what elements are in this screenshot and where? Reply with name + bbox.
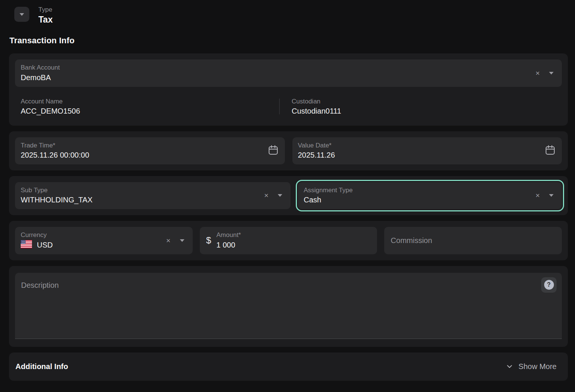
custodian-block: Custodian Custodian0111	[292, 97, 341, 116]
currency-select[interactable]: Currency	[15, 227, 193, 254]
type-label: Type	[38, 6, 53, 14]
account-name-block: Account Name ACC_DEMO1506	[21, 97, 279, 116]
amount-field[interactable]: $ Amount* 1 000	[200, 227, 377, 254]
sub-type-value: WITHHOLDING_TAX	[21, 195, 264, 205]
sub-type-select[interactable]: Sub Type WITHHOLDING_TAX ✕	[15, 182, 291, 209]
bank-account-value: DemoBA	[21, 73, 535, 82]
account-name-label: Account Name	[21, 97, 279, 105]
caret-down-icon[interactable]	[180, 239, 184, 242]
additional-info-card: Additional Info Show More	[9, 352, 568, 381]
amount-label: Amount*	[216, 231, 371, 239]
assignment-type-label: Assignment Type	[304, 186, 535, 194]
value-date-field[interactable]: Value Date* 2025.11.26	[292, 137, 562, 164]
question-mark-icon: ?	[544, 280, 554, 290]
commission-field[interactable]	[384, 227, 562, 254]
amount-value: 1 000	[216, 240, 371, 250]
dates-card: Trade Time* 2025.11.26 00:00:00 Value Da…	[9, 131, 568, 170]
clear-icon[interactable]: ✕	[535, 193, 540, 198]
caret-down-icon[interactable]	[278, 194, 282, 197]
type-block: Type Tax	[38, 6, 53, 25]
custodian-value: Custodian0111	[292, 106, 341, 116]
caret-down-icon[interactable]	[549, 72, 554, 74]
show-more-button[interactable]: Show More	[500, 360, 562, 373]
custodian-label: Custodian	[292, 97, 341, 105]
type-value: Tax	[38, 15, 53, 25]
assignment-type-value: Cash	[304, 195, 535, 205]
help-button[interactable]: ?	[541, 277, 557, 293]
calendar-icon[interactable]	[545, 144, 556, 157]
description-textarea[interactable]	[15, 273, 562, 339]
account-name-value: ACC_DEMO1506	[21, 106, 279, 116]
type-card: Sub Type WITHHOLDING_TAX ✕ Assignment Ty…	[9, 176, 568, 215]
clear-icon[interactable]: ✕	[166, 238, 171, 243]
currency-label: Currency	[21, 231, 166, 239]
section-title: Transaction Info	[9, 36, 568, 46]
additional-info-title: Additional Info	[15, 362, 68, 371]
dollar-sign-icon: $	[206, 235, 211, 246]
us-flag-icon	[21, 240, 32, 250]
type-header: Type Tax	[14, 6, 568, 25]
value-date-value: 2025.11.26	[298, 150, 540, 160]
trade-time-field[interactable]: Trade Time* 2025.11.26 00:00:00	[15, 137, 285, 164]
clear-icon[interactable]: ✕	[264, 193, 269, 198]
bank-account-label: Bank Account	[21, 64, 535, 71]
account-info-row: Account Name ACC_DEMO1506 Custodian Cust…	[15, 94, 562, 120]
trade-time-value: 2025.11.26 00:00:00	[21, 150, 263, 160]
show-more-label: Show More	[519, 362, 557, 371]
account-card: Bank Account DemoBA ✕ Account Name ACC_D…	[9, 53, 568, 126]
money-card: Currency	[9, 221, 568, 260]
clear-icon[interactable]: ✕	[535, 70, 540, 76]
trade-time-label: Trade Time*	[21, 141, 263, 149]
commission-input[interactable]	[390, 236, 556, 245]
assignment-type-highlight: Assignment Type Cash ✕	[296, 180, 564, 211]
description-field[interactable]: ?	[15, 273, 562, 339]
chevron-down-icon	[505, 362, 514, 371]
caret-down-icon	[20, 13, 24, 16]
type-dropdown-button[interactable]	[14, 7, 29, 22]
bank-account-select[interactable]: Bank Account DemoBA ✕	[15, 59, 562, 87]
transaction-form-page: Type Tax Transaction Info Bank Account D…	[0, 0, 575, 381]
caret-down-icon[interactable]	[549, 194, 554, 197]
assignment-type-select[interactable]: Assignment Type Cash ✕	[298, 182, 562, 209]
description-card: ?	[9, 266, 568, 347]
currency-value: USD	[37, 240, 53, 250]
value-date-label: Value Date*	[298, 141, 540, 149]
calendar-icon[interactable]	[268, 144, 279, 157]
sub-type-label: Sub Type	[21, 186, 264, 194]
vertical-divider	[279, 99, 280, 114]
